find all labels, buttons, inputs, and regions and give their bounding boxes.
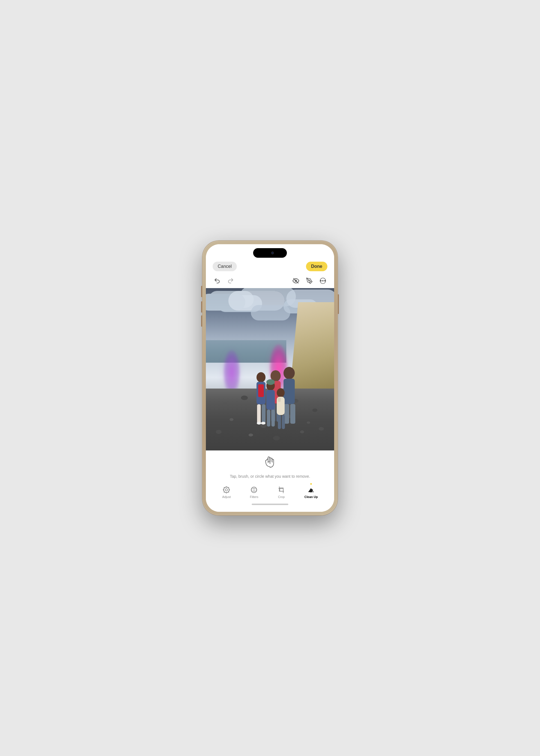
svg-rect-31 [278,415,281,429]
photo-background [206,288,334,450]
tool-filters[interactable]: Filters [246,485,262,500]
svg-line-43 [228,487,229,488]
svg-line-44 [224,492,224,492]
markup-button[interactable] [305,276,314,285]
icon-bar-right [291,276,328,285]
svg-rect-30 [278,397,281,402]
active-indicator [310,483,312,485]
icon-toolbar [206,275,334,288]
svg-rect-22 [262,404,265,423]
icon-bar-left [212,276,235,285]
family-group-svg [228,358,312,436]
camera-indicator [271,251,274,254]
cancel-button[interactable]: Cancel [212,262,237,271]
svg-line-42 [228,492,229,492]
undo-button[interactable] [212,276,222,285]
cloud-5 [251,305,290,321]
touch-icon [264,456,276,471]
visibility-button[interactable] [291,276,300,285]
svg-point-28 [277,388,285,397]
cleanup-label: Clean Up [304,495,318,499]
adjust-label: Adjust [222,495,231,499]
phone-screen: Cancel Done [206,244,334,512]
svg-point-45 [225,489,227,491]
crop-icon [277,486,285,494]
touch-hint: Tap, brush, or circle what you want to r… [212,456,328,479]
crop-label: Crop [278,495,285,499]
svg-rect-20 [258,384,264,397]
svg-rect-26 [267,410,270,426]
svg-point-46 [251,487,257,493]
svg-rect-21 [257,404,261,423]
filters-label: Filters [250,495,258,499]
svg-point-34 [261,422,265,425]
tool-crop[interactable]: Crop [274,485,289,500]
svg-point-18 [256,372,265,382]
svg-point-2 [309,280,310,281]
svg-rect-27 [271,410,275,426]
dynamic-island [253,248,287,258]
svg-rect-13 [290,404,295,424]
redo-button[interactable] [226,276,235,285]
edit-tools-bar: Adjust Filters [212,483,328,501]
home-indicator [252,504,288,505]
svg-rect-32 [282,415,285,429]
bottom-panel: Tap, brush, or circle what you want to r… [206,450,334,512]
hint-text: Tap, brush, or circle what you want to r… [230,474,310,479]
cleanup-icon [307,486,315,494]
svg-point-33 [257,422,261,425]
photo-area[interactable] [206,288,334,450]
svg-point-24 [266,379,275,385]
svg-rect-25 [266,390,275,410]
adjust-icon [222,486,230,494]
more-options-button[interactable] [318,276,328,285]
done-button[interactable]: Done [306,262,328,271]
filters-icon [250,486,258,494]
phone-frame: Cancel Done [202,241,338,515]
svg-rect-11 [284,379,295,404]
tool-adjust[interactable]: Adjust [219,485,234,500]
svg-point-10 [284,367,295,379]
tool-cleanup[interactable]: Clean Up [301,485,321,500]
svg-line-41 [224,487,224,488]
